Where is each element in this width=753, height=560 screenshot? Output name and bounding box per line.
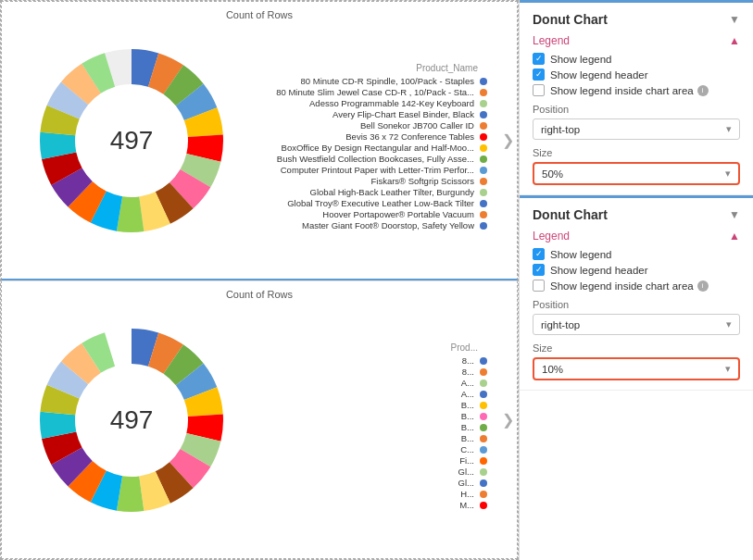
bottom-legend-item: B... [261, 422, 496, 432]
bottom-donut-area: 497 [2, 281, 261, 558]
legend-text-small: Gl... [458, 467, 474, 477]
bottom-show-legend-inside-checkbox[interactable] [533, 280, 545, 292]
top-legend-item: Adesso Programmable 142-Key Keyboard [261, 98, 496, 108]
bottom-show-legend-checkbox[interactable]: ✓ [533, 248, 545, 260]
legend-text-small: A... [461, 389, 474, 399]
legend-text-small: B... [461, 411, 474, 421]
top-legend-item: Computer Printout Paper with Letter-Trim… [261, 165, 496, 175]
top-legend-item: Bevis 36 x 72 Conference Tables [261, 131, 496, 142]
bottom-legend-item: 8... [261, 355, 496, 366]
legend-dot-small [480, 391, 487, 398]
legend-dot [480, 144, 487, 152]
right-panel: Donut Chart ▼ Legend ▲ ✓ Show legend ✓ S… [519, 0, 753, 560]
legend-dot [480, 167, 487, 174]
legend-dot-small [480, 491, 487, 498]
top-legend-list: 80 Minute CD-R Spindle, 100/Pack - Stapl… [261, 76, 496, 230]
bottom-legend-list: 8... 8... A... A... B... B... B... B... … [261, 355, 496, 510]
bottom-scroll-right[interactable]: ❯ [498, 411, 517, 429]
top-position-dropdown[interactable]: right-top ▾ [533, 118, 740, 140]
top-size-value: 50% [542, 168, 563, 180]
top-show-legend-header-checkbox[interactable]: ✓ [533, 68, 545, 81]
legend-text: Hoover Portapower® Portable Vacuum [322, 209, 474, 219]
legend-dot [480, 133, 487, 141]
top-legend-item: 80 Minute Slim Jewel Case CD-R , 10/Pack… [261, 87, 496, 97]
legend-dot-small [480, 502, 487, 509]
top-legend-item: Avery Flip-Chart Easel Binder, Black [261, 109, 496, 119]
top-show-legend-inside-label: Show legend inside chart area [550, 85, 694, 96]
bottom-donut-chart-chevron-down[interactable]: ▼ [729, 208, 740, 221]
bottom-show-legend-header-checkbox[interactable]: ✓ [533, 264, 545, 276]
top-chart-section: Count of Rows [1, 1, 518, 280]
legend-dot [480, 178, 487, 185]
legend-text: Fiskars® Softgrip Scissors [370, 176, 474, 186]
bottom-donut-chart-title: Donut Chart [533, 207, 608, 222]
bottom-position-dropdown[interactable]: right-top ▾ [533, 314, 740, 335]
bottom-legend-item: A... [261, 378, 496, 388]
bottom-legend-item: Fi... [261, 455, 496, 466]
top-legend-item: Global High-Back Leather Tilter, Burgund… [261, 187, 496, 197]
legend-text: 80 Minute Slim Jewel Case CD-R , 10/Pack… [276, 87, 474, 97]
top-legend-item: Fiskars® Softgrip Scissors [261, 176, 496, 186]
top-size-dropdown[interactable]: 50% ▾ [533, 162, 740, 185]
bottom-donut-label: 497 [110, 405, 154, 435]
legend-dot [480, 111, 487, 118]
bottom-show-legend-inside-label: Show legend inside chart area [550, 280, 694, 292]
bottom-legend-chevron-up[interactable]: ▲ [729, 230, 740, 243]
bottom-show-legend-header-label: Show legend header [550, 265, 648, 276]
top-legend-chevron-up[interactable]: ▲ [729, 34, 740, 47]
top-show-legend-inside-row: Show legend inside chart area i [533, 84, 740, 96]
top-position-label: Position [533, 104, 740, 115]
legend-text: Bevis 36 x 72 Conference Tables [345, 131, 474, 142]
legend-dot [480, 156, 487, 163]
bottom-position-value: right-top [541, 319, 580, 330]
legend-text-small: M... [459, 500, 474, 510]
bottom-legend-section-label: Legend ▲ [533, 230, 740, 243]
legend-dot [480, 89, 487, 96]
legend-text-small: B... [461, 400, 474, 410]
legend-text-small: 8... [462, 367, 474, 377]
legend-text: Computer Printout Paper with Letter-Trim… [281, 165, 474, 175]
top-size-label: Size [533, 147, 740, 158]
legend-text-small: Fi... [459, 455, 474, 466]
bottom-legend-header: Prod... [261, 342, 496, 353]
bottom-settings-header: Donut Chart ▼ [533, 207, 740, 222]
bottom-position-label: Position [533, 299, 740, 310]
legend-text: Master Giant Foot® Doorstop, Safety Yell… [302, 220, 474, 230]
main-container: Count of Rows [0, 0, 753, 560]
bottom-show-legend-header-row: ✓ Show legend header [533, 264, 740, 276]
top-donut-label: 497 [110, 126, 154, 156]
bottom-size-chevron: ▾ [725, 363, 731, 375]
legend-text-small: B... [461, 422, 474, 432]
bottom-show-legend-row: ✓ Show legend [533, 248, 740, 260]
legend-dot-small [480, 424, 487, 431]
bottom-legend-item: H... [261, 489, 496, 499]
top-donut-chart-chevron-down[interactable]: ▼ [729, 13, 740, 26]
top-show-legend-label: Show legend [550, 54, 612, 65]
legend-text-small: B... [461, 433, 474, 443]
legend-text-small: Gl... [458, 478, 474, 488]
top-show-legend-inside-checkbox[interactable] [533, 84, 545, 96]
legend-dot [480, 211, 487, 218]
legend-dot-small [480, 357, 487, 365]
top-legend-header: Product_Name [261, 63, 496, 73]
legend-dot-small [480, 380, 487, 387]
bottom-legend-item: A... [261, 389, 496, 399]
legend-text: BoxOffice By Design Rectangular and Half… [282, 143, 474, 153]
bottom-show-legend-inside-row: Show legend inside chart area i [533, 280, 740, 292]
top-position-chevron: ▾ [726, 123, 732, 135]
top-show-legend-header-label: Show legend header [550, 69, 648, 81]
legend-dot [480, 78, 487, 85]
top-show-legend-checkbox[interactable]: ✓ [533, 53, 545, 65]
bottom-size-dropdown[interactable]: 10% ▾ [533, 357, 740, 380]
bottom-settings-section: Donut Chart ▼ Legend ▲ ✓ Show legend ✓ S… [520, 198, 753, 391]
top-settings-header: Donut Chart ▼ [533, 12, 740, 27]
legend-dot-small [480, 413, 487, 420]
left-panel: Count of Rows [0, 0, 519, 560]
top-settings-section: Donut Chart ▼ Legend ▲ ✓ Show legend ✓ S… [520, 3, 753, 195]
top-legend-item: Master Giant Foot® Doorstop, Safety Yell… [261, 220, 496, 230]
top-scroll-right[interactable]: ❯ [498, 131, 517, 149]
top-legend-item: Bush Westfield Collection Bookcases, Ful… [261, 154, 496, 164]
bottom-legend-item: M... [261, 500, 496, 510]
legend-dot [480, 122, 487, 130]
bottom-chart-section: Count of Rows [1, 280, 518, 559]
